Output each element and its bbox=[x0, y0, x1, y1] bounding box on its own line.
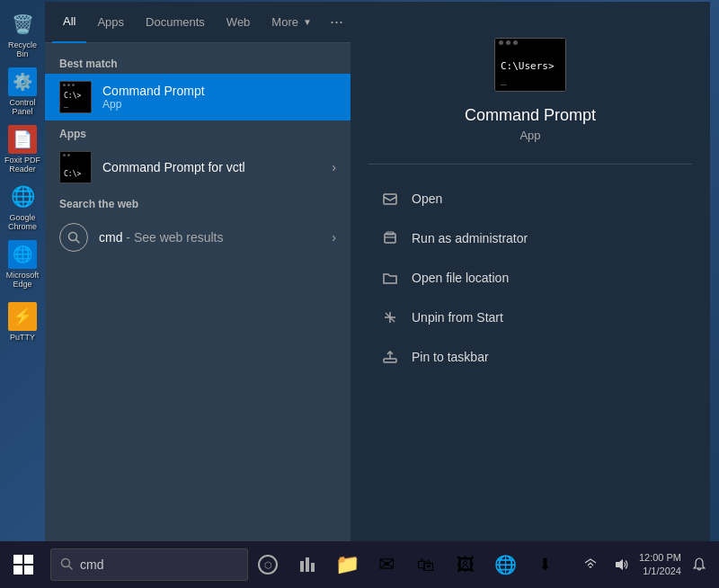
taskview-icon bbox=[300, 557, 315, 572]
action-open[interactable]: Open bbox=[365, 179, 696, 218]
web-search-label: Search the web bbox=[45, 191, 351, 214]
desktop-icon-putty[interactable]: ⚡ PuTTY bbox=[2, 295, 43, 349]
admin-icon bbox=[379, 227, 401, 249]
tab-documents[interactable]: Documents bbox=[135, 2, 216, 43]
action-run-as-admin[interactable]: Run as administrator bbox=[365, 218, 696, 258]
result-arrow-icon: › bbox=[332, 160, 336, 174]
desktop-icon-control-panel[interactable]: ⚙️ Control Panel bbox=[2, 65, 43, 119]
file-explorer-icon: 📁 bbox=[335, 553, 360, 576]
pin-taskbar-icon bbox=[379, 346, 401, 368]
detail-app-type: App bbox=[519, 129, 540, 142]
tab-apps[interactable]: Apps bbox=[86, 2, 135, 43]
volume-icon[interactable] bbox=[608, 552, 634, 577]
open-icon bbox=[379, 188, 401, 209]
chrome-icon: 🌐 bbox=[494, 554, 517, 575]
desktop-icon-recycle[interactable]: 🗑️ Recycle Bin bbox=[2, 7, 43, 61]
taskbar-search-text: cmd bbox=[80, 557, 103, 572]
unpin-icon bbox=[379, 307, 401, 328]
photos-icon: 🖼 bbox=[457, 555, 475, 575]
bittorrent-icon: ⬇ bbox=[538, 555, 552, 575]
detail-actions: Open Run as administrator bbox=[351, 179, 710, 377]
svg-rect-2 bbox=[384, 194, 396, 204]
taskbar-search-icon bbox=[60, 557, 73, 573]
folder-icon bbox=[379, 267, 401, 289]
result-subtitle: App bbox=[102, 98, 205, 111]
action-pin-label: Pin to taskbar bbox=[412, 350, 489, 364]
action-open-location[interactable]: Open file location bbox=[365, 258, 696, 298]
taskbar-photos[interactable]: 🖼 bbox=[446, 541, 485, 588]
detail-divider bbox=[368, 164, 692, 165]
desktop-icon-chrome[interactable]: 🌐 Google Chrome bbox=[2, 180, 43, 234]
start-button[interactable] bbox=[0, 541, 47, 588]
desktop: 🗑️ Recycle Bin ⚙️ Control Panel 📄 Foxit … bbox=[0, 0, 719, 588]
taskbar-chrome[interactable]: 🌐 bbox=[485, 541, 525, 588]
action-unpin-start[interactable]: Unpin from Start bbox=[365, 298, 696, 337]
search-panel: All Apps Documents Web More ▼ ··· ✕ bbox=[45, 2, 351, 541]
detail-panel: C:\Users>_ Command Prompt App Open bbox=[351, 2, 710, 541]
web-search-item[interactable]: cmd - See web results › bbox=[45, 214, 351, 261]
taskbar-status-area: 12:00 PM 1/1/2024 bbox=[578, 551, 719, 579]
result-vctl-title: Command Prompt for vctl bbox=[102, 160, 245, 174]
result-title: Command Prompt bbox=[102, 84, 205, 98]
action-unpin-label: Unpin from Start bbox=[412, 310, 503, 325]
best-match-label: Best match bbox=[45, 50, 351, 74]
tab-web[interactable]: Web bbox=[216, 2, 262, 43]
store-icon: 🛍 bbox=[417, 555, 435, 575]
taskview-button[interactable] bbox=[288, 541, 327, 588]
action-open-label: Open bbox=[412, 192, 442, 206]
search-results-list: Best match C:\>_ Command bbox=[45, 43, 351, 541]
search-icon bbox=[59, 223, 88, 252]
tab-more[interactable]: More ▼ bbox=[261, 2, 323, 43]
detail-app-icon: C:\Users>_ bbox=[494, 38, 566, 92]
notifications-icon[interactable] bbox=[687, 552, 712, 577]
taskbar-file-explorer[interactable]: 📁 bbox=[327, 541, 367, 588]
taskbar-store[interactable]: 🛍 bbox=[406, 541, 446, 588]
svg-line-1 bbox=[76, 240, 80, 244]
svg-marker-13 bbox=[616, 559, 623, 570]
svg-rect-9 bbox=[384, 359, 396, 362]
result-cmd-vctl[interactable]: C:\> Command Prompt for vctl › bbox=[45, 144, 351, 191]
mail-icon: ✉ bbox=[378, 553, 395, 576]
taskbar-mail[interactable]: ✉ bbox=[367, 541, 406, 588]
apps-label: Apps bbox=[45, 120, 351, 144]
status-time: 12:00 PM 1/1/2024 bbox=[639, 551, 681, 579]
svg-line-12 bbox=[69, 566, 73, 569]
start-menu: All Apps Documents Web More ▼ ··· ✕ bbox=[45, 2, 710, 541]
result-command-prompt[interactable]: C:\>_ Command Prompt App bbox=[45, 74, 351, 120]
cmd-vctl-icon: C:\> bbox=[59, 151, 92, 183]
tab-all[interactable]: All bbox=[52, 2, 86, 43]
taskbar: cmd ⬡ 📁 ✉ 🛍 🖼 🌐 bbox=[0, 541, 719, 588]
cmd-icon: C:\>_ bbox=[59, 81, 92, 113]
task-view-button[interactable]: ⬡ bbox=[248, 541, 288, 588]
web-search-text: cmd - See web results bbox=[99, 230, 224, 245]
action-pin-taskbar[interactable]: Pin to taskbar bbox=[365, 337, 696, 377]
tabs-bar: All Apps Documents Web More ▼ ··· ✕ bbox=[45, 2, 351, 43]
detail-app-name: Command Prompt bbox=[465, 106, 596, 125]
taskbar-search-box[interactable]: cmd bbox=[50, 548, 248, 581]
desktop-icon-foxit[interactable]: 📄 Foxit PDF Reader bbox=[2, 122, 43, 176]
action-location-label: Open file location bbox=[412, 271, 509, 285]
cortana-icon: ⬡ bbox=[258, 555, 278, 575]
taskbar-bittorrent[interactable]: ⬇ bbox=[525, 541, 564, 588]
desktop-icon-area: 🗑️ Recycle Bin ⚙️ Control Panel 📄 Foxit … bbox=[0, 0, 45, 541]
action-admin-label: Run as administrator bbox=[412, 231, 528, 245]
tabs-more-options[interactable]: ··· bbox=[323, 9, 351, 35]
network-icon[interactable] bbox=[578, 552, 603, 577]
desktop-icon-edge[interactable]: 🌐 Microsoft Edge bbox=[2, 237, 43, 291]
web-search-arrow: › bbox=[332, 230, 336, 245]
